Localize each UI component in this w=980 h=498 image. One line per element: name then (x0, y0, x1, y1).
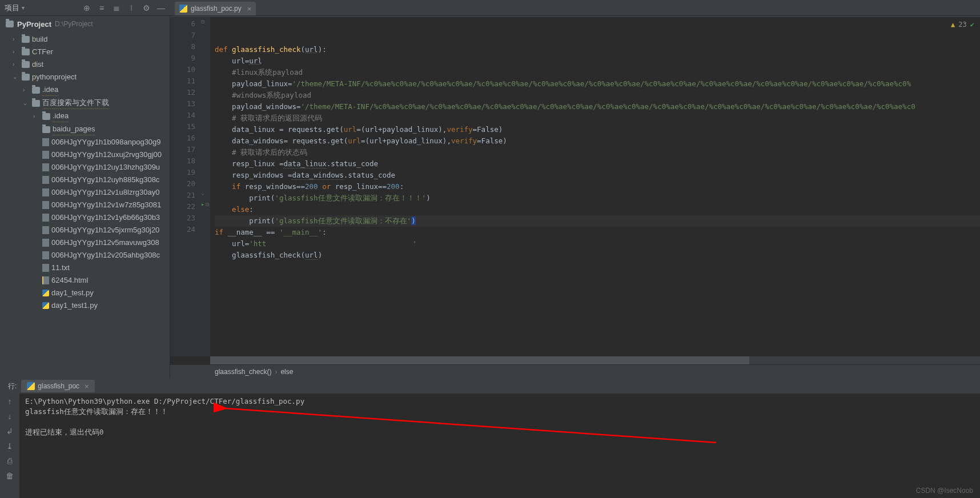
code-line[interactable]: url='htt ' (215, 238, 980, 250)
tree-node[interactable]: 006HJgYYgy1h12v205ahbg308c (0, 249, 170, 262)
tree-node[interactable]: 11.txt (0, 262, 170, 274)
tree-label: 006HJgYYgy1h12v1y6b66g30b3 (51, 212, 160, 223)
line-number[interactable]: 16 (170, 132, 195, 144)
code-line[interactable]: payload_windows='/theme/META-INF/%c0%ae%… (215, 101, 980, 113)
line-number[interactable]: 21 (170, 190, 195, 201)
expand-icon[interactable]: ≡ (97, 3, 106, 13)
tree-node[interactable]: 006HJgYYgy1h12v5jxrm5g30j20 (0, 224, 170, 236)
close-icon[interactable]: × (82, 382, 89, 391)
down-icon[interactable]: ↓ (8, 412, 12, 421)
soft-wrap-icon[interactable]: ↲ (6, 427, 13, 436)
tree-node[interactable]: ›.idea (0, 83, 170, 97)
line-number[interactable]: 20 (170, 178, 195, 190)
run-tab[interactable]: glassfish_poc × (21, 380, 94, 392)
trash-icon[interactable]: 🗑 (6, 471, 14, 480)
tree-node[interactable]: day1_test.py (0, 287, 170, 299)
code-line[interactable]: #windows系统payload (215, 90, 980, 101)
code-area[interactable]: ▲ 23 ✔ def glaassfish_check(url): url=ur… (210, 17, 980, 356)
tree-node[interactable]: ›.idea (0, 110, 170, 123)
inspection-widget[interactable]: ▲ 23 ✔ (951, 21, 974, 29)
scroll-end-icon[interactable]: ⤓ (6, 441, 13, 451)
tree-label: day1_test.py (51, 287, 94, 299)
code-line[interactable]: if resp_windows==200 or resp_linux==200: (215, 181, 980, 192)
folder-icon (22, 49, 30, 55)
code-line[interactable]: # 获取请求后的返回源代码 (215, 113, 980, 124)
tree-node[interactable]: ⌄pythonproject (0, 71, 170, 83)
code-line[interactable]: resp_linux =data_linux.status_code (215, 158, 980, 170)
code-line[interactable]: # 获取请求后的状态码 (215, 147, 980, 158)
tree-node[interactable]: ›CTFer (0, 46, 170, 58)
tree-label: 百度搜索与文件下载 (42, 97, 109, 109)
line-number[interactable]: 24 (170, 224, 195, 235)
tree-node[interactable]: 006HJgYYgy1h12v1u8lzrg30ay0 (0, 186, 170, 199)
project-label[interactable]: 项目 ▾ (5, 3, 25, 13)
code-line[interactable]: payload_linux='/theme/META-INF/%c0%ae%c0… (215, 78, 980, 90)
tree-node[interactable]: 006HJgYYgy1h12uy13hzhg309u (0, 161, 170, 174)
tree-node[interactable]: 006HJgYYgy1h12uyh885kg308c (0, 174, 170, 186)
line-number[interactable]: 9 (170, 53, 195, 64)
tree-node[interactable]: ›dist (0, 58, 170, 71)
locate-icon[interactable]: ⊕ (82, 3, 91, 13)
line-number[interactable]: 11 (170, 75, 195, 87)
tree-node[interactable]: 006HJgYYgy1h12uxuj2rvg30gj00 (0, 148, 170, 161)
collapse-icon[interactable]: ≣ (112, 3, 121, 13)
line-number[interactable]: 10 (170, 64, 195, 75)
line-number[interactable]: 19 (170, 167, 195, 178)
code-line[interactable]: else: (215, 204, 980, 215)
editor: 6789101112131415161718192021222324 ⊟ ⌄ ▸… (170, 16, 980, 378)
tree-node[interactable]: day1_test1.py (0, 299, 170, 312)
code-line[interactable]: print('glassfish任意文件读取漏洞：不存在') (215, 215, 980, 227)
editor-hscrollbar[interactable] (210, 356, 980, 364)
minimize-icon[interactable]: — (156, 3, 166, 13)
line-number[interactable]: 6 (170, 18, 195, 30)
tree-node[interactable]: 006HJgYYgy1h12v5mavuwg308 (0, 236, 170, 249)
file-icon (42, 176, 49, 184)
code-line[interactable]: if __name__ == '__main__': (215, 227, 980, 238)
line-number[interactable]: 17 (170, 144, 195, 155)
code-line[interactable]: glaassfish_check(url) (215, 250, 980, 261)
code-line[interactable]: resp_windows =data_windows.status_code (215, 170, 980, 181)
line-number[interactable]: 14 (170, 110, 195, 121)
file-icon (42, 163, 49, 171)
breadcrumb[interactable]: glaassfish_check() › else (170, 364, 980, 378)
tree-label: 006HJgYYgy1h12v1w7z85g3081 (51, 199, 161, 211)
line-number[interactable]: 8 (170, 41, 195, 53)
gear-icon[interactable]: ⚙ (142, 3, 151, 13)
tree-node[interactable]: 006HJgYYgy1h12v1y6b66g30b3 (0, 211, 170, 224)
up-icon[interactable]: ↑ (8, 397, 12, 406)
line-gutter[interactable]: 6789101112131415161718192021222324 (170, 17, 200, 356)
run-panel: 行: glassfish_poc × ↑ ↓ ↲ ⤓ ⎙ 🗑 E:\Python… (0, 378, 980, 498)
code-line[interactable]: url=url (215, 55, 980, 67)
tree-node[interactable]: 006HJgYYgy1h12v1w7z85g3081 (0, 199, 170, 211)
print-icon[interactable]: ⎙ (7, 456, 12, 465)
tree-node[interactable]: 62454.html (0, 274, 170, 287)
gutter-marks[interactable]: ⊟ ⌄ ▸ ⊟ (200, 17, 210, 356)
project-root[interactable]: PyProject D:\PyProject (0, 16, 170, 32)
watermark: CSDN @IsecNoob (916, 487, 973, 495)
tree-node[interactable]: baidu_pages (0, 123, 170, 136)
python-icon (42, 290, 49, 296)
line-number[interactable]: 18 (170, 155, 195, 167)
tree-node[interactable]: ⌄百度搜索与文件下载 (0, 97, 170, 110)
tree-label: 006HJgYYgy1h12uy13hzhg309u (51, 162, 160, 173)
project-tool-header: 项目 ▾ ⊕ ≡ ≣ | ⚙ — (0, 3, 170, 13)
code-line[interactable]: print('glassfish任意文件读取漏洞：存在！！！') (215, 192, 980, 204)
tree-label: baidu_pages (53, 123, 95, 135)
project-tree[interactable]: PyProject D:\PyProject ›build›CTFer›dist… (0, 16, 170, 378)
line-number[interactable]: 13 (170, 98, 195, 110)
run-output[interactable]: E:\Python\Python39\python.exe D:/PyProje… (19, 393, 980, 498)
line-number[interactable]: 12 (170, 87, 195, 98)
code-line[interactable]: #linux系统payload (215, 67, 980, 78)
tree-node[interactable]: 006HJgYYgy1h1b098anpog30g9 (0, 136, 170, 148)
line-number[interactable]: 23 (170, 212, 195, 224)
code-line[interactable]: data_windows= requests.get(url=(url+payl… (215, 135, 980, 147)
line-number[interactable]: 7 (170, 30, 195, 41)
close-icon[interactable]: × (245, 5, 252, 13)
editor-tab[interactable]: glassfish_poc.py × (175, 2, 256, 15)
line-number[interactable]: 15 (170, 121, 195, 132)
code-line[interactable]: def glaassfish_check(url): (215, 44, 980, 55)
tree-node[interactable]: ›build (0, 33, 170, 46)
code-line[interactable]: data_linux = requests.get(url=(url+paylo… (215, 124, 980, 135)
line-number[interactable]: 22 (170, 201, 195, 212)
tree-label: 006HJgYYgy1h12v5jxrm5g30j20 (51, 224, 159, 236)
